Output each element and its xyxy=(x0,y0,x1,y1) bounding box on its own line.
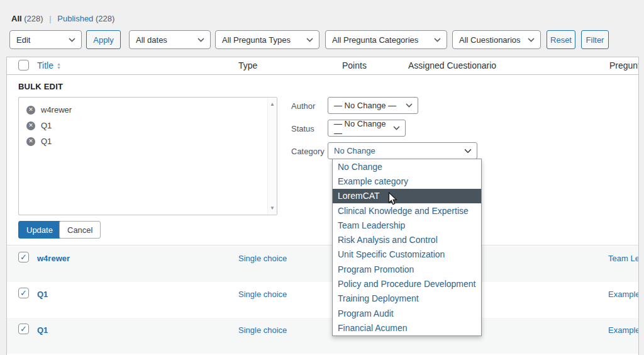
status-label: Status xyxy=(291,124,314,133)
select-all-checkbox[interactable] xyxy=(18,60,29,70)
chevron-down-icon xyxy=(393,126,400,130)
dropdown-option[interactable]: No Change xyxy=(333,159,481,174)
chevron-down-icon xyxy=(69,38,75,42)
pregunta-types-select[interactable]: All Pregunta Types xyxy=(215,30,319,49)
row-checkbox[interactable]: ✓ xyxy=(18,324,29,334)
chevron-down-icon xyxy=(464,149,472,154)
table-row: ✓ w4rewer Single choice Team Lead xyxy=(7,246,638,282)
remove-item-icon[interactable]: ✕ xyxy=(26,106,35,115)
bulk-action-value: Edit xyxy=(16,35,30,45)
status-select[interactable]: — No Change — xyxy=(328,120,406,137)
dates-filter-value: All dates xyxy=(136,35,167,45)
pregunta-categories-value: All Pregunta Categories xyxy=(332,35,418,45)
row-title-link[interactable]: Q1 xyxy=(37,325,48,335)
bulk-item: ✕ w4rewer xyxy=(26,105,72,115)
sort-arrows-icon: ▲▼ xyxy=(57,62,61,70)
row-checkbox[interactable]: ✓ xyxy=(18,288,29,298)
chevron-down-icon xyxy=(406,103,413,108)
listbox-scrollbar[interactable]: ▲ ▼ xyxy=(267,98,277,215)
row-pregunta-link[interactable]: Example c xyxy=(608,325,639,335)
author-label: Author xyxy=(291,101,315,111)
category-label: Category xyxy=(291,147,325,156)
pregunta-types-value: All Pregunta Types xyxy=(222,35,291,45)
row-type-link[interactable]: Single choice xyxy=(238,290,287,299)
row-checkbox[interactable]: ✓ xyxy=(18,252,29,262)
reset-button[interactable]: Reset xyxy=(547,30,575,49)
column-header-points: Points xyxy=(342,60,367,70)
column-header-type: Type xyxy=(238,60,257,70)
dropdown-option[interactable]: Program Promotion xyxy=(333,262,481,276)
dropdown-option[interactable]: Policy and Procedure Development xyxy=(333,276,481,291)
dropdown-option[interactable]: Clinical Knowledge and Expertise xyxy=(333,203,481,218)
pregunta-categories-select[interactable]: All Pregunta Categories xyxy=(325,30,447,49)
category-value: No Change xyxy=(334,146,375,155)
dropdown-option[interactable]: Example category xyxy=(333,174,481,188)
view-links: All (228) | Published (228) xyxy=(11,14,114,23)
chevron-down-icon xyxy=(434,38,441,42)
dropdown-option-highlighted[interactable]: LoremCAT xyxy=(333,189,481,203)
column-header-title[interactable]: Title▲▼ xyxy=(37,60,61,70)
row-title-link[interactable]: w4rewer xyxy=(37,254,70,263)
chevron-down-icon xyxy=(306,38,313,42)
remove-item-icon[interactable]: ✕ xyxy=(26,137,35,146)
cuestionarios-select[interactable]: All Cuestionarios xyxy=(452,30,541,49)
bulk-item-label: Q1 xyxy=(41,137,52,146)
dates-filter-select[interactable]: All dates xyxy=(129,30,211,49)
row-pregunta-link[interactable]: Example c xyxy=(608,290,639,299)
selected-items-listbox[interactable]: ▲ ▼ ✕ w4rewer ✕ Q1 ✕ Q1 xyxy=(18,97,277,215)
column-header-pregunta: Pregunta xyxy=(609,60,639,70)
filter-button[interactable]: Filter xyxy=(581,30,609,49)
update-button[interactable]: Update xyxy=(18,221,61,239)
remove-item-icon[interactable]: ✕ xyxy=(26,121,35,130)
column-header-assigned: Assigned Cuestionario xyxy=(408,60,496,70)
bulk-edit-legend: BULK EDIT xyxy=(18,82,63,91)
dropdown-option[interactable]: Program Audit xyxy=(333,306,481,320)
author-value: — No Change — xyxy=(334,101,396,110)
cancel-button[interactable]: Cancel xyxy=(59,221,101,239)
scroll-up-icon[interactable]: ▲ xyxy=(270,101,275,107)
view-all-link[interactable]: All xyxy=(11,14,22,23)
table-row: ✓ Q1 Single choice Example c xyxy=(7,318,638,354)
dropdown-option[interactable]: Risk Analysis and Control xyxy=(333,232,481,247)
bulk-item: ✕ Q1 xyxy=(26,121,52,130)
status-value: — No Change — xyxy=(334,119,388,138)
category-select[interactable]: No Change xyxy=(328,142,477,159)
chevron-down-icon xyxy=(197,38,204,42)
pregunta-list-table: Title▲▼ Type Points Assigned Cuestionari… xyxy=(6,57,639,355)
scroll-down-icon[interactable]: ▼ xyxy=(270,205,275,211)
apply-button[interactable]: Apply xyxy=(86,30,121,49)
cuestionarios-value: All Cuestionarios xyxy=(459,35,521,45)
view-separator: | xyxy=(49,14,51,23)
category-dropdown-list: No Change Example category LoremCAT Clin… xyxy=(332,159,482,336)
view-published-count: (228) xyxy=(96,14,114,23)
bulk-item-label: w4rewer xyxy=(41,105,72,115)
dropdown-option[interactable]: Training Deployment xyxy=(333,291,481,306)
bulk-item: ✕ Q1 xyxy=(26,137,52,146)
bulk-action-select[interactable]: Edit xyxy=(9,30,82,49)
bulk-edit-panel: BULK EDIT ▲ ▼ ✕ w4rewer ✕ Q1 ✕ Q1 Author… xyxy=(7,76,638,245)
row-title-link[interactable]: Q1 xyxy=(37,290,48,299)
chevron-down-icon xyxy=(528,38,535,42)
view-all-count: (228) xyxy=(24,14,43,23)
row-pregunta-link[interactable]: Team Lead xyxy=(608,254,639,263)
row-type-link[interactable]: Single choice xyxy=(238,325,287,335)
table-row: ✓ Q1 Single choice Example c xyxy=(7,282,638,318)
dropdown-option[interactable]: Team Leadership xyxy=(333,218,481,232)
view-published-link[interactable]: Published xyxy=(57,14,93,23)
dropdown-option[interactable]: Unit Specific Customization xyxy=(333,247,481,262)
table-header-row: Title▲▼ Type Points Assigned Cuestionari… xyxy=(7,57,638,75)
dropdown-option[interactable]: Financial Acumen xyxy=(333,320,481,335)
row-type-link[interactable]: Single choice xyxy=(238,254,287,263)
bulk-item-label: Q1 xyxy=(41,121,52,130)
author-select[interactable]: — No Change — xyxy=(328,97,418,114)
